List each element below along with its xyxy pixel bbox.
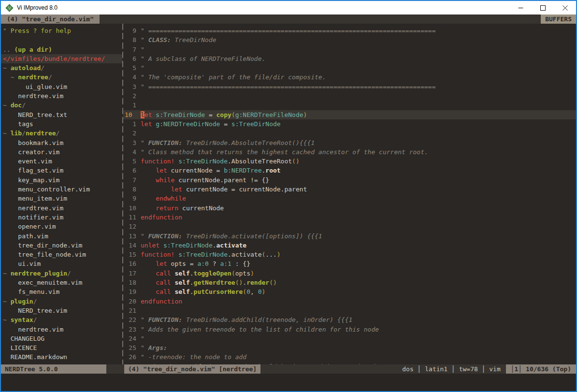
line-text: " FUNCTION: TreeDirNode.addChild(treenod… [141,315,576,324]
line-number: 14 [123,241,136,250]
nerdtree-line[interactable]: tags [1,119,122,129]
nerdtree-line[interactable]: bookmark.vim [1,138,122,147]
command-line[interactable] [1,374,576,391]
nerdtree-line[interactable]: ui.vim [1,259,122,268]
nerdtree-line[interactable]: tree_file_node.vim [1,250,122,259]
line-text [141,222,576,231]
nerdtree-line[interactable]: LICENCE [1,343,122,352]
nerdtree-line[interactable]: NERD_tree.txt [1,110,122,119]
line-number: 8 [123,185,136,194]
code-line[interactable]: 21 [123,306,576,315]
nerdtree-line[interactable]: ~ nerdtree/ [1,73,122,82]
line-number: 12 [123,222,136,231]
nerdtree-line[interactable]: README.markdown [1,352,122,362]
line-text: " [141,334,576,343]
code-line[interactable]: 10let s:TreeDirNode = copy(g:NERDTreeFil… [123,110,576,119]
nerdtree-line[interactable]: ui_glue.vim [1,82,122,91]
code-line[interactable]: 8 let currentNode = currentNode.parent [123,185,576,194]
line-text: " Class method that returns the highest … [141,147,576,157]
code-line[interactable]: 5" [123,63,576,73]
code-line[interactable]: 25" Args: [123,343,576,352]
nerdtree-line[interactable]: ~ plugin/ [1,297,122,306]
code-line[interactable]: 1let g:NERDTreeDirNode = s:TreeDirNode [123,119,576,129]
code-line[interactable]: 4" Class method that returns the highest… [123,147,576,157]
nerdtree-line[interactable]: nerdtree.vim [1,203,122,213]
nerdtree-line[interactable]: event.vim [1,157,122,166]
nerdtree-line[interactable]: tree_dir_node.vim [1,241,122,250]
nerdtree-line[interactable]: creator.vim [1,147,122,157]
code-line[interactable]: 11endfunction [123,213,576,222]
minimize-button[interactable] [509,1,532,15]
code-line[interactable]: 4" The 'composite' part of the file/dir … [123,73,576,82]
code-line[interactable]: 24" [123,334,576,343]
nerdtree-line[interactable]: CHANGELOG [1,334,122,343]
line-number: 5 [123,63,136,73]
line-text: let currentNode = b:NERDTree.root [141,166,576,175]
statusline-fill [260,364,402,374]
line-text [141,91,576,101]
nerdtree-line[interactable]: menu_item.vim [1,194,122,203]
code-line[interactable]: 1 [123,101,576,110]
nerdtree-line[interactable]: nerdtree.vim [1,91,122,101]
code-line[interactable]: 16 let opts = a:0 ? a:1 : {} [123,259,576,268]
code-line[interactable]: 13" FUNCTION: TreeDirNode.activate([opti… [123,232,576,241]
code-line[interactable]: 23" Adds the given treenode to the list … [123,325,576,334]
code-line[interactable]: 18 call self.getNerdtree().render() [123,278,576,287]
nerdtree-line[interactable]: menu_controller.vim [1,185,122,194]
nerdtree-line[interactable]: ~ autoload/ [1,63,122,73]
statusline[interactable]: NERDTree 5.0.0 (4) "tree_dir_node.vim" [… [1,364,576,374]
nerdtree-line[interactable]: ~ doc/ [1,101,122,110]
line-number: 2 [123,91,136,101]
code-line[interactable]: 5function! s:TreeDirNode.AbsoluteTreeRoo… [123,157,576,166]
line-text: creator.vim [3,147,122,157]
code-line[interactable]: 12 [123,222,576,231]
code-line[interactable]: 8" CLASS: TreeDirNode [123,35,576,44]
nerdtree-line[interactable]: opener.vim [1,222,122,231]
line-text: README.markdown [3,352,122,362]
code-line[interactable]: 17 call self.toggleOpen(opts) [123,269,576,278]
nerdtree-line[interactable] [1,35,122,44]
file-format-info: dos │ latin1 │ tw=78 │ vim [402,364,506,374]
nerdtree-line[interactable]: ~ syntax/ [1,315,122,324]
line-text: endwhile [141,194,576,203]
line-text: bookmark.vim [3,138,122,147]
maximize-button[interactable] [532,1,554,15]
close-button[interactable] [554,1,576,15]
line-text: " A subclass of NERDTreeFileNode. [141,54,576,63]
close-icon [563,5,568,11]
code-line[interactable]: 3" =====================================… [123,82,576,91]
code-line[interactable]: 10 return currentNode [123,203,576,213]
window-titlebar[interactable]: Vi IMproved 8.0 [1,1,576,15]
code-line[interactable]: 2 [123,129,576,138]
nerdtree-line[interactable]: flag_set.vim [1,166,122,175]
line-text: " -treenode: the node to add [141,352,576,362]
code-line[interactable]: 6 let currentNode = b:NERDTree.root [123,166,576,175]
nerdtree-line[interactable]: ~ lib/nerdtree/ [1,129,122,138]
nerdtree-line[interactable]: exec_menuitem.vim [1,278,122,287]
code-line[interactable]: 6" A subclass of NERDTreeFileNode. [123,54,576,63]
code-line[interactable]: 9" =====================================… [123,26,576,35]
nerdtree-line[interactable]: key_map.vim [1,175,122,185]
code-line[interactable]: 3" FUNCTION: TreeDirNode.AbsoluteTreeRoo… [123,138,576,147]
code-line[interactable]: 9 endwhile [123,194,576,203]
nerdtree-line[interactable]: ~ nerdtree_plugin/ [1,269,122,278]
code-line[interactable]: 15function! s:TreeDirNode.activate(...) [123,250,576,259]
code-line[interactable]: 7 while currentNode.parent != {} [123,175,576,185]
code-line[interactable]: 14unlet s:TreeDirNode.activate [123,241,576,250]
code-line[interactable]: 26" -treenode: the node to add [123,352,576,362]
nerdtree-line[interactable]: NERD_tree.vim [1,306,122,315]
code-line[interactable]: 7" [123,45,576,54]
nerdtree-line[interactable]: notifier.vim [1,213,122,222]
code-line[interactable]: 22" FUNCTION: TreeDirNode.addChild(treen… [123,315,576,324]
nerdtree-line[interactable]: " Press ? for help [1,26,122,35]
nerdtree-line[interactable]: fs_menu.vim [1,287,122,296]
nerdtree-line[interactable]: </vimfiles/bundle/nerdtree/ [1,54,122,63]
code-line[interactable]: 2 [123,91,576,101]
nerdtree-line[interactable]: nerdtree.vim [1,325,122,334]
tab-tree-dir-node[interactable]: (4) "tree_dir_node.vim" [1,15,100,24]
nerdtree-line[interactable]: path.vim [1,232,122,241]
nerdtree-line[interactable]: .. (up a dir) [1,45,122,54]
code-line[interactable]: 20endfunction [123,297,576,306]
code-line[interactable]: 19 call self.putCursorHere(0, 0) [123,287,576,296]
line-text [3,35,122,44]
